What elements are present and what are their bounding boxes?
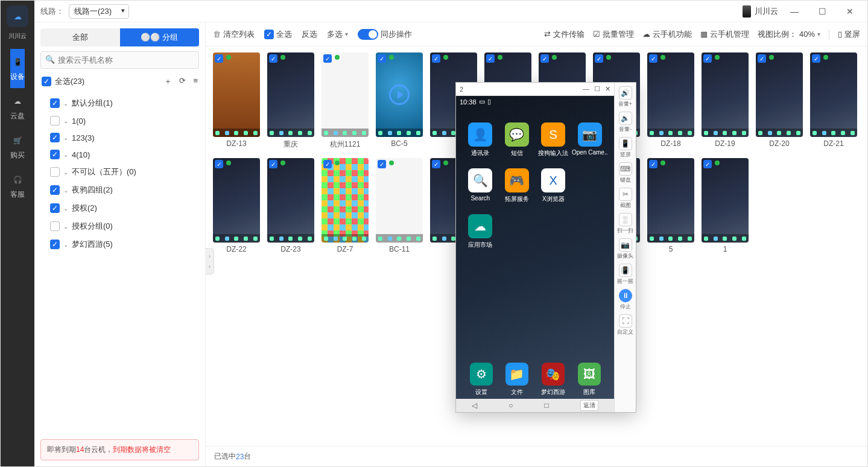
group-item[interactable]: ⌄不可以（五开）(0) [40, 163, 199, 181]
device-thumb[interactable]: 1 [702, 158, 749, 253]
select-all-checkbox[interactable] [42, 77, 51, 86]
device-thumb[interactable]: DZ-19 [702, 52, 749, 150]
popup-titlebar[interactable]: 2 — ☐ ✕ [456, 83, 614, 96]
nav-item[interactable]: 📱设备 [10, 49, 25, 88]
group-item[interactable]: ⌄授权分组(0) [40, 217, 199, 235]
thumb-screen[interactable] [702, 158, 749, 243]
app-icon[interactable]: 🔍Search [462, 168, 499, 203]
nav-home-icon[interactable]: ○ [508, 401, 513, 410]
device-thumb[interactable]: 5 [647, 158, 694, 253]
group-checkbox[interactable] [50, 98, 60, 108]
device-thumb[interactable]: DZ-21 [810, 52, 857, 150]
batch-manage[interactable]: ☑批量管理 [593, 29, 634, 40]
popup-tool[interactable]: ⏸停止 [615, 288, 636, 312]
group-item[interactable]: ⌄123(3) [40, 129, 199, 146]
phone-popup[interactable]: 2 — ☐ ✕ 10:38▭▯ 👤通讯录💬短信S搜狗输入法📷Open Came.… [455, 82, 636, 413]
thumb-screen[interactable] [702, 52, 749, 137]
app-icon[interactable]: 🎮拓屏服务 [499, 168, 536, 203]
add-icon[interactable]: ＋ [164, 76, 172, 87]
device-thumb[interactable]: DZ-23 [267, 158, 314, 253]
group-checkbox[interactable] [50, 240, 60, 249]
group-item[interactable]: ⌄梦幻西游(5) [40, 235, 199, 253]
popup-tool[interactable]: 📳摇一摇 [615, 262, 636, 287]
thumb-screen[interactable] [376, 158, 423, 243]
popup-tool[interactable]: ░扫一扫 [615, 212, 636, 236]
popup-tool[interactable]: ⛶自定义 [615, 313, 636, 337]
device-thumb[interactable]: 重庆 [267, 52, 314, 150]
dock-app[interactable]: 📁文件 [505, 363, 528, 396]
close-button[interactable]: ✕ [838, 1, 861, 22]
app-icon[interactable]: ☁应用市场 [462, 214, 499, 249]
toolbar-select-all[interactable]: 全选 [264, 29, 292, 40]
thumb-screen[interactable] [267, 158, 314, 243]
device-thumb[interactable]: DZ-20 [756, 52, 803, 150]
app-icon[interactable]: XX浏览器 [535, 168, 572, 203]
clear-list-button[interactable]: 🗑清空列表 [213, 29, 255, 40]
group-item[interactable]: ⌄4(10) [40, 146, 199, 163]
group-checkbox[interactable] [50, 150, 60, 159]
nav-item[interactable]: ☁云盘 [10, 88, 25, 127]
device-thumb[interactable]: DZ-18 [647, 52, 694, 150]
app-icon[interactable]: 👤通讯录 [462, 122, 499, 157]
minimize-button[interactable]: — [783, 1, 806, 22]
app-icon[interactable]: 💬短信 [499, 122, 536, 157]
app-icon[interactable]: 📷Open Came.. [572, 122, 609, 157]
thumb-checkbox[interactable] [269, 54, 277, 63]
thumb-screen[interactable] [322, 158, 369, 243]
thumb-checkbox[interactable] [378, 160, 386, 168]
multi-select[interactable]: 多选 ▾ [327, 29, 348, 40]
popup-tool[interactable]: 🔊音量+ [615, 85, 636, 109]
thumb-checkbox[interactable] [215, 54, 223, 63]
group-item[interactable]: ⌄夜鸦四组(2) [40, 181, 199, 199]
collapse-handle[interactable]: ›‹ [206, 248, 214, 275]
phone-func[interactable]: ☁云手机功能 [642, 29, 692, 40]
dock-app[interactable]: 🎭梦幻西游 [541, 363, 565, 396]
invert-select[interactable]: 反选 [302, 29, 317, 40]
popup-close[interactable]: ✕ [605, 85, 610, 93]
dock-app[interactable]: ⚙设置 [470, 363, 493, 396]
popup-tool[interactable]: ✂截图 [615, 186, 636, 211]
popup-tool[interactable]: 📱竖屏 [615, 136, 636, 160]
thumb-checkbox[interactable] [432, 160, 440, 168]
thumb-checkbox[interactable] [378, 54, 386, 63]
thumb-checkbox[interactable] [432, 54, 440, 63]
view-ratio[interactable]: 视图比例：40% ▾ [758, 29, 820, 40]
nav-clear[interactable]: 返清 [580, 400, 598, 411]
search-input[interactable] [40, 51, 199, 69]
thumb-screen[interactable] [322, 52, 369, 137]
thumb-checkbox[interactable] [323, 160, 332, 168]
nav-back-icon[interactable]: ◁ [472, 401, 477, 410]
thumb-checkbox[interactable] [323, 54, 332, 63]
thumb-checkbox[interactable] [703, 54, 712, 63]
group-checkbox[interactable] [50, 221, 60, 231]
thumb-screen[interactable] [810, 52, 857, 137]
device-thumb[interactable]: 杭州1121 [322, 52, 369, 150]
nav-item[interactable]: 🎧客服 [10, 167, 25, 206]
popup-tool[interactable]: 🔉音量- [615, 110, 636, 135]
group-item[interactable]: ⌄授权(2) [40, 199, 199, 217]
file-transfer[interactable]: ⇄文件传输 [544, 29, 584, 40]
thumb-checkbox[interactable] [269, 160, 277, 168]
phone-manage[interactable]: ▦云手机管理 [700, 29, 749, 40]
thumb-checkbox[interactable] [649, 54, 657, 63]
thumb-screen[interactable] [647, 158, 694, 243]
thumb-checkbox[interactable] [486, 54, 495, 63]
device-thumb[interactable]: DZ-13 [213, 52, 260, 150]
group-checkbox[interactable] [50, 203, 60, 213]
popup-tool[interactable]: ⌨键盘 [615, 161, 636, 185]
portrait-button[interactable]: ▯竖屏 [838, 29, 860, 40]
popup-tool[interactable]: 📷摄像头 [615, 237, 636, 261]
group-checkbox[interactable] [50, 133, 60, 142]
tab-all[interactable]: 全部 [40, 28, 120, 46]
thumb-checkbox[interactable] [540, 54, 549, 63]
thumb-screen[interactable] [267, 52, 314, 137]
group-checkbox[interactable] [50, 116, 60, 125]
group-checkbox[interactable] [50, 185, 60, 195]
thumb-screen[interactable] [756, 52, 803, 137]
thumb-screen[interactable] [213, 52, 260, 137]
device-thumb[interactable]: BC-5 [376, 52, 423, 150]
group-item[interactable]: ⌄默认分组(1) [40, 94, 199, 112]
tab-group[interactable]: ⚪⚪分组 [120, 28, 200, 46]
device-thumb[interactable]: DZ-22 [213, 158, 260, 253]
thumb-screen[interactable] [376, 52, 423, 137]
